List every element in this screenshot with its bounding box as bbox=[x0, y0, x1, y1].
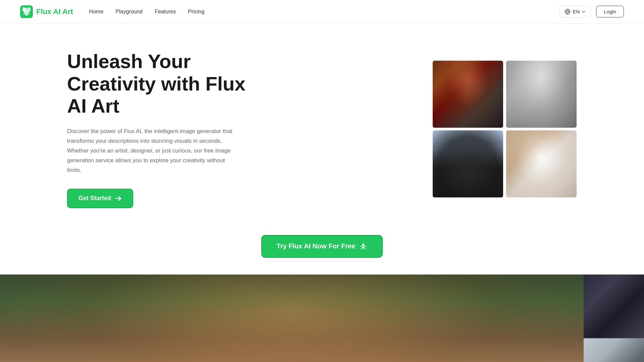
hero-image-robot bbox=[506, 61, 577, 128]
get-started-label: Get Started bbox=[78, 195, 111, 202]
arrow-right-icon bbox=[114, 195, 122, 202]
navbar-left: Flux AI Art Home Playground Features Pri… bbox=[20, 5, 204, 18]
language-selector[interactable]: EN bbox=[559, 6, 591, 18]
logo-icon bbox=[20, 5, 33, 18]
logo-link[interactable]: Flux AI Art bbox=[20, 5, 73, 18]
gallery-side-images bbox=[584, 275, 644, 362]
try-free-button[interactable]: Try Flux AI Now For Free bbox=[261, 235, 383, 258]
rocket-icon bbox=[359, 242, 367, 250]
brand-name: Flux AI Art bbox=[36, 7, 73, 16]
nav-item-home[interactable]: Home bbox=[89, 9, 104, 15]
gallery-side-image-1 bbox=[584, 275, 644, 338]
get-started-button[interactable]: Get Started bbox=[67, 189, 133, 208]
nav-link-features[interactable]: Features bbox=[155, 9, 176, 14]
hero-image-superwoman bbox=[433, 61, 503, 128]
cta-section: Try Flux AI Now For Free bbox=[0, 228, 644, 275]
nav-item-pricing[interactable]: Pricing bbox=[188, 9, 204, 15]
globe-icon bbox=[565, 9, 571, 15]
gallery-side-image-2 bbox=[584, 338, 644, 362]
login-button[interactable]: Login bbox=[596, 6, 624, 17]
hero-image-cat bbox=[506, 130, 577, 197]
hero-content: Unleash Your Creativity with Flux AI Art… bbox=[67, 50, 262, 208]
hero-image-motorcycle bbox=[433, 130, 503, 197]
bottom-gallery bbox=[0, 275, 644, 362]
chevron-down-icon bbox=[582, 10, 586, 14]
hero-image-grid bbox=[433, 61, 577, 197]
try-free-label: Try Flux AI Now For Free bbox=[277, 242, 356, 250]
navbar-right: EN Login bbox=[559, 6, 624, 18]
navbar: Flux AI Art Home Playground Features Pri… bbox=[0, 0, 644, 23]
svg-point-3 bbox=[25, 11, 28, 16]
nav-item-features[interactable]: Features bbox=[155, 9, 176, 15]
nav-link-pricing[interactable]: Pricing bbox=[188, 9, 204, 14]
hero-description: Discover the power of Flux AI, the intel… bbox=[67, 127, 235, 175]
hero-title: Unleash Your Creativity with Flux AI Art bbox=[67, 50, 262, 117]
nav-link-playground[interactable]: Playground bbox=[115, 9, 143, 14]
gallery-main-image bbox=[0, 275, 584, 362]
nav-link-home[interactable]: Home bbox=[89, 9, 104, 14]
nav-links: Home Playground Features Pricing bbox=[89, 9, 205, 15]
hero-section: Unleash Your Creativity with Flux AI Art… bbox=[0, 23, 644, 228]
lang-label: EN bbox=[573, 9, 580, 14]
nav-item-playground[interactable]: Playground bbox=[115, 9, 143, 15]
svg-point-5 bbox=[363, 246, 364, 247]
